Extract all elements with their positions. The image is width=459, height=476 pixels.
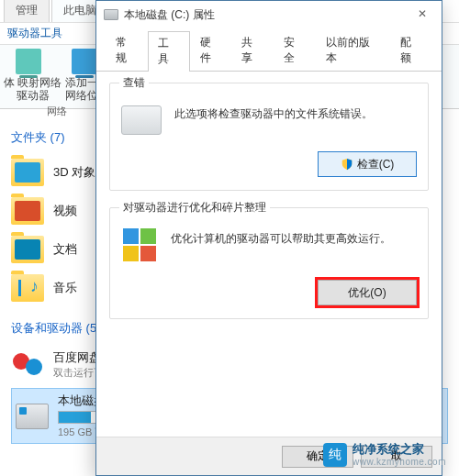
baidu-icon [11,348,44,381]
folder-label: 视频 [53,203,77,219]
watermark-logo-icon: 纯 [323,443,347,467]
tab-hardware[interactable]: 硬件 [190,30,232,71]
group-title: 查错 [119,75,149,91]
error-checking-group: 查错 此选项将检查驱动器中的文件系统错误。 检查(C) [109,83,429,191]
watermark-url: www.kzmyhome.com [353,457,446,467]
optimize-button[interactable]: 优化(O) [318,280,417,305]
tab-quota[interactable]: 配额 [390,30,432,71]
dialog-title: 本地磁盘 (C:) 属性 [124,7,215,23]
group-title: 对驱动器进行优化和碎片整理 [119,200,270,216]
tab-tools[interactable]: 工具 [148,31,190,72]
optimize-button-label: 优化(O) [348,285,386,301]
folder-icon [11,197,44,225]
disk-icon [16,404,49,429]
dialog-body: 查错 此选项将检查驱动器中的文件系统错误。 检查(C) 对驱动器进行优化和碎片整… [96,72,442,437]
tab-sharing[interactable]: 共享 [231,30,274,71]
tab-security[interactable]: 安全 [274,30,316,71]
dialog-titlebar[interactable]: 本地磁盘 (C:) 属性 ✕ [96,1,442,28]
watermark: 纯 纯净系统之家 www.kzmyhome.com [316,439,453,470]
check-button-label: 检查(C) [357,157,395,172]
dialog-tabstrip: 常规 工具 硬件 共享 安全 以前的版本 配额 [96,30,442,72]
folder-label: 音乐 [53,280,77,296]
drive-icon [104,9,118,20]
ribbon-label-map: 体 映射网络驱动器 [4,76,62,103]
folder-icon: ♪ [11,274,44,302]
defrag-icon [121,227,158,263]
uac-shield-icon [341,158,353,171]
map-network-drive-icon[interactable] [16,49,41,74]
tab-general[interactable]: 常规 [106,30,148,71]
close-button[interactable]: ✕ [403,1,442,27]
tab-manage[interactable]: 管理 [4,0,50,22]
check-description: 此选项将检查驱动器中的文件系统错误。 [174,100,373,122]
folder-label: 文档 [53,241,77,258]
folder-icon [11,236,44,263]
optimize-group: 对驱动器进行优化和碎片整理 优化计算机的驱动器可以帮助其更高效运行。 优化(O) [109,207,429,319]
tab-previous-versions[interactable]: 以前的版本 [316,30,390,71]
properties-dialog: 本地磁盘 (C:) 属性 ✕ 常规 工具 硬件 共享 安全 以前的版本 配额 查… [95,0,442,476]
drive-check-icon [121,105,162,135]
optimize-description: 优化计算机的驱动器可以帮助其更高效运行。 [171,225,391,247]
close-icon: ✕ [418,7,427,20]
check-button[interactable]: 检查(C) [318,151,417,177]
watermark-text: 纯净系统之家 [353,443,446,456]
add-network-location-icon[interactable] [72,49,97,74]
folder-label: 3D 对象 [53,164,95,181]
ribbon-group-caption: 网络 [4,105,109,118]
folder-icon [11,159,44,186]
